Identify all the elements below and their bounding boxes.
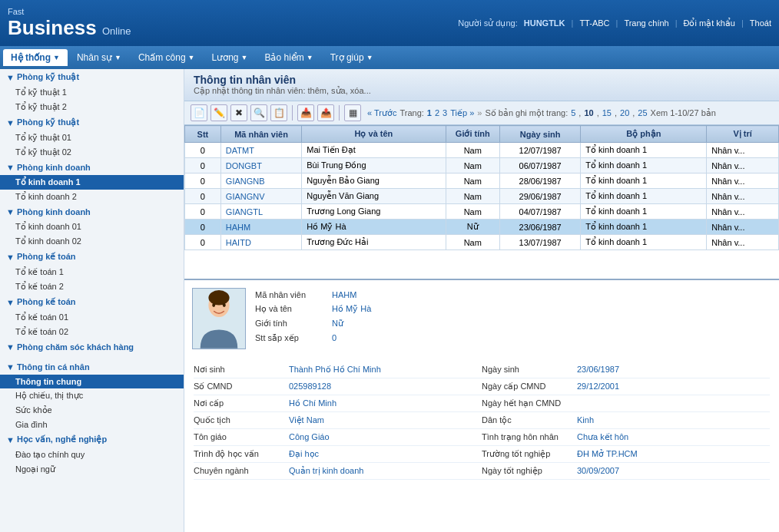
- info-col-left: Chuyên ngành Quản trị kinh doanh: [194, 466, 482, 476]
- sidebar-item-dao-tao-chinh-quy[interactable]: Đào tạo chính quy: [0, 448, 184, 462]
- new-btn[interactable]: 📄: [191, 104, 207, 121]
- sidebar-item-to-ke-toan-02[interactable]: Tổ kế toán 02: [0, 325, 184, 339]
- sidebar-item-thong-tin-chung[interactable]: Thông tin chung: [0, 375, 184, 388]
- doi-mat-khau-link[interactable]: Đổi mật khẩu: [684, 18, 735, 28]
- info-value: Hồ Chí Minh: [289, 398, 482, 408]
- sidebar-item-to-ke-toan-2[interactable]: Tổ kế toán 2: [0, 279, 184, 294]
- cell-stt: 0: [185, 235, 221, 250]
- trang-chinh-link[interactable]: Trang chính: [624, 18, 668, 28]
- menu-bao-hiem[interactable]: Bảo hiểm ▼: [257, 49, 320, 66]
- sidebar-item-gia-dinh[interactable]: Gia đình: [0, 418, 184, 431]
- username: HUNGTLK: [524, 18, 565, 28]
- sidebar-item-to-ky-thuat-1[interactable]: Tổ kỹ thuật 1: [0, 85, 184, 100]
- cell-bophan: Tổ kinh doanh 1: [581, 189, 707, 204]
- info-col-left: Trình độ học vấn Đại học: [194, 449, 482, 459]
- cell-stt: 0: [185, 173, 221, 189]
- sidebar-group-phong-ke-toan-2[interactable]: ▼ Phòng kế toán: [0, 294, 184, 310]
- cell-ngaysinh: 12/07/1987: [499, 143, 580, 158]
- table-row[interactable]: 0 DONGBT Bùi Trung Đồng Nam 06/07/1987 T…: [185, 158, 779, 173]
- table-row[interactable]: 0 GIANGNV Nguyễn Văn Giang Nam 29/06/198…: [185, 189, 779, 204]
- size-10[interactable]: 10: [584, 108, 593, 117]
- menu-nhan-su[interactable]: Nhân sự ▼: [69, 49, 129, 66]
- chevron-down-icon: ▼: [307, 54, 313, 61]
- menu-cham-cong[interactable]: Chấm công ▼: [131, 49, 203, 66]
- cell-vitri: Nhân v...: [707, 235, 779, 250]
- sidebar-group-phong-kinh-doanh-2[interactable]: ▼ Phòng kinh doanh: [0, 204, 184, 220]
- svg-point-4: [223, 303, 226, 307]
- info-row: Nơi cấp Hồ Chí Minh Ngày hết hạn CMND: [194, 395, 770, 412]
- detail-inner: Mã nhân viên HAHM Họ và tên Hồ Mỹ Hà Giớ…: [184, 280, 779, 357]
- top-header: Fast Business Online Người sử dụng: HUNG…: [0, 0, 779, 46]
- table-row[interactable]: 0 HAITD Trương Đức Hải Nam 13/07/1987 Tổ…: [185, 235, 779, 250]
- sidebar-group-thong-tin-ca-nhan[interactable]: ▼ Thông tin cá nhân: [0, 359, 184, 375]
- info-label: Số CMND: [194, 382, 286, 392]
- company-link[interactable]: TT-ABC: [579, 18, 609, 28]
- cell-vitri: Nhân v...: [707, 204, 779, 220]
- menu-he-thong[interactable]: Hệ thống ▼: [3, 49, 68, 66]
- info-row: Nơi sinh Thành Phố Hồ Chí Minh Ngày sinh…: [194, 362, 770, 378]
- size-20[interactable]: 20: [620, 108, 629, 117]
- sidebar-group-phong-kinh-doanh-1[interactable]: ▼ Phòng kinh doanh: [0, 160, 184, 175]
- info-label: Ngày tốt nghiệp: [482, 466, 574, 476]
- sidebar-group-phong-cham-soc[interactable]: ▼ Phòng chăm sóc khách hàng: [0, 339, 184, 355]
- sidebar-item-to-ke-toan-01[interactable]: Tổ kế toán 01: [0, 310, 184, 325]
- sidebar-item-to-kinh-doanh-01[interactable]: Tổ kinh doanh 01: [0, 220, 184, 234]
- table-row[interactable]: 0 GIANGNB Nguyễn Bảo Giang Nam 28/06/198…: [185, 173, 779, 189]
- info-label: Tôn giáo: [194, 432, 286, 441]
- table-row[interactable]: 0 HAHM Hồ Mỹ Hà Nữ 23/06/1987 Tổ kinh do…: [185, 220, 779, 235]
- cell-vitri: Nhân v...: [707, 220, 779, 235]
- sidebar-group-hoc-van[interactable]: ▼ Học vấn, nghề nghiệp: [0, 431, 184, 448]
- info-label: Trường tốt nghiệp: [482, 449, 574, 459]
- ma-nhan-vien-value: HAHM: [332, 288, 377, 302]
- sidebar-group-phong-ky-thuat-1[interactable]: ▼ Phòng kỹ thuật: [0, 69, 184, 85]
- info-value: ĐH Mở TP.HCM: [577, 449, 770, 459]
- info-label: Ngày cấp CMND: [482, 382, 574, 392]
- table-row[interactable]: 0 GIANGTL Trương Long Giang Nam 04/07/19…: [185, 204, 779, 220]
- info-label: Tình trạng hôn nhân: [482, 432, 574, 442]
- search-btn[interactable]: 🔍: [250, 104, 267, 121]
- menu-luong[interactable]: Lương ▼: [204, 49, 256, 66]
- sidebar-item-to-kinh-doanh-1[interactable]: Tổ kinh doanh 1: [0, 175, 184, 190]
- nav-back[interactable]: « Trước: [367, 108, 396, 118]
- cell-ma: GIANGNV: [220, 189, 301, 204]
- sidebar-item-ngoai-ngu[interactable]: Ngoại ngữ: [0, 462, 184, 477]
- cell-vitri: Nhân v...: [707, 173, 779, 189]
- size-5[interactable]: 5: [571, 108, 575, 117]
- col-header-gioitinh: Giới tính: [446, 126, 499, 143]
- sidebar-item-to-ke-toan-1[interactable]: Tổ kế toán 1: [0, 265, 184, 279]
- edit-btn[interactable]: ✏️: [210, 104, 227, 121]
- table-row[interactable]: 0 DATMT Mai Tiến Đạt Nam 12/07/1987 Tổ k…: [185, 143, 779, 158]
- col-header-bophan: Bộ phận: [581, 126, 707, 143]
- info-label: Chuyên ngành: [194, 466, 286, 476]
- nav-next[interactable]: Tiếp »: [450, 108, 474, 118]
- cell-bophan: Tổ kinh doanh 1: [581, 220, 707, 235]
- export-btn[interactable]: 📤: [317, 104, 334, 121]
- size-25[interactable]: 25: [638, 108, 647, 117]
- logo: Fast Business Online: [8, 7, 131, 40]
- sidebar-item-to-ky-thuat-2[interactable]: Tổ kỹ thuật 2: [0, 100, 184, 114]
- size-15[interactable]: 15: [602, 108, 612, 117]
- sidebar-group-phong-ky-thuat-2[interactable]: ▼ Phòng kỹ thuật: [0, 114, 184, 131]
- col-header-ma: Mã nhân viên: [220, 126, 301, 143]
- menu-tro-giup[interactable]: Trợ giúp ▼: [323, 49, 381, 66]
- cell-ngaysinh: 28/06/1987: [499, 173, 580, 189]
- thoat-link[interactable]: Thoát: [750, 18, 771, 28]
- import-btn[interactable]: 📥: [297, 104, 314, 121]
- sidebar-group-phong-ke-toan-1[interactable]: ▼ Phòng kế toán: [0, 249, 184, 265]
- gioi-tinh-label: Giới tính: [255, 316, 332, 331]
- sidebar-item-to-kinh-doanh-2[interactable]: Tổ kinh doanh 2: [0, 190, 184, 204]
- delete-btn[interactable]: ✖: [230, 104, 247, 121]
- sidebar-item-to-ky-thuat-01[interactable]: Tổ kỹ thuật 01: [0, 131, 184, 145]
- info-row: Quốc tịch Việt Nam Dân tộc Kinh: [194, 412, 770, 429]
- main-area: ▼ Phòng kỹ thuật Tổ kỹ thuật 1 Tổ kỹ thu…: [0, 69, 779, 532]
- sidebar-item-to-kinh-doanh-02[interactable]: Tổ kinh doanh 02: [0, 234, 184, 249]
- page-3[interactable]: 3: [443, 108, 447, 117]
- copy-btn[interactable]: 📋: [270, 104, 287, 121]
- page-1[interactable]: 1: [427, 108, 432, 117]
- sidebar-item-to-ky-thuat-02[interactable]: Tổ kỹ thuật 02: [0, 145, 184, 160]
- sidebar-item-ho-chieu[interactable]: Hộ chiếu, thị thực: [0, 388, 184, 403]
- collapse-icon: ▼: [6, 435, 15, 444]
- page-2[interactable]: 2: [435, 108, 439, 117]
- grid-btn[interactable]: ▦: [344, 104, 361, 121]
- sidebar-item-suc-khoe[interactable]: Sức khỏe: [0, 403, 184, 418]
